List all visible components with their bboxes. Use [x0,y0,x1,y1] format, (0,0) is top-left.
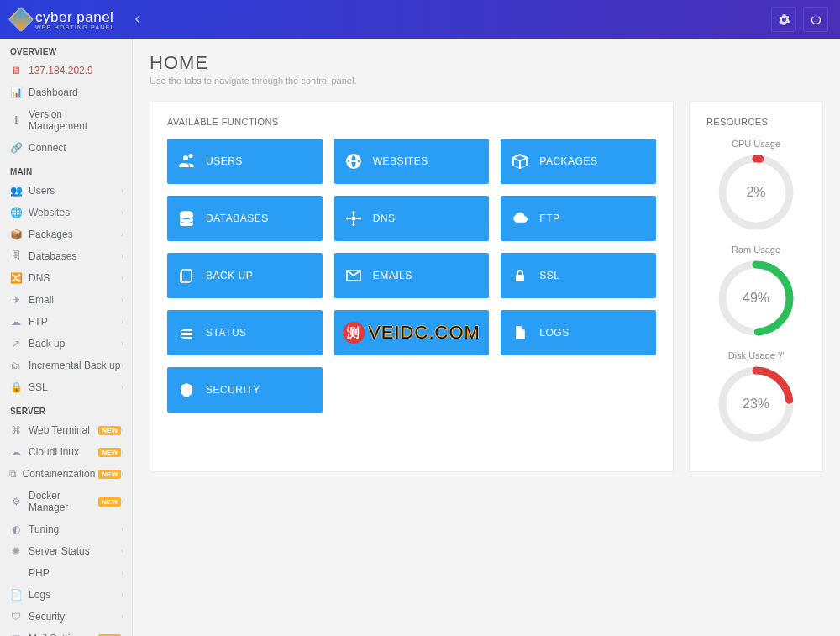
brand-logo[interactable]: cyber panel WEB HOSTING PANEL [12,9,115,30]
function-label: DNS [373,213,396,224]
nav-label: FTP [29,316,121,328]
nav-label: Connect [29,142,123,154]
nav-server-status[interactable]: ✺Server Status› [0,540,132,562]
svg-point-6 [181,334,183,335]
nav-label: Mail Settings [29,633,95,636]
function-icon [512,268,528,283]
function-label: SECURITY [206,384,260,396]
nav-label: Dashboard [29,87,123,98]
chevron-right-icon: › [121,448,123,456]
main-content: HOME Use the tabs to navigate through th… [133,39,840,636]
nav-web-terminal[interactable]: ⌘Web TerminalNEW› [0,419,132,441]
sidebar-section-overview: OVERVIEW [0,39,132,60]
nav-email[interactable]: ✈Email› [0,289,132,311]
nav-icon: ⧉ [8,468,18,480]
chevron-right-icon: › [121,470,123,478]
function-tile-watermarked[interactable]: 测VEIDC.COM [334,310,490,355]
chevron-right-icon: › [121,339,123,348]
nav-mail-settings[interactable]: ✉Mail SettingsNEW› [0,628,132,636]
function-status[interactable]: STATUS [167,310,323,355]
nav-ssl[interactable]: 🔒SSL› [0,376,132,398]
nav-label: Databases [29,250,121,262]
nav-tuning[interactable]: ◐Tuning› [0,518,132,540]
gauge-label: Ram Usage [706,244,806,255]
new-badge: NEW [98,426,121,435]
nav-icon: ✉ [8,633,24,636]
nav-label: CloudLinux [29,446,95,458]
chevron-right-icon: › [121,569,123,577]
nav-docker-manager[interactable]: ⚙Docker ManagerNEW› [0,485,132,518]
nav-security[interactable]: 🛡Security› [0,606,132,628]
chevron-right-icon: › [121,274,123,282]
nav-137-184-202-9[interactable]: 🖥137.184.202.9 [0,60,132,81]
svg-point-7 [181,338,183,339]
function-label: WEBSITES [373,155,428,167]
nav-users[interactable]: 👥Users› [0,180,132,202]
resources-panel: RESOURCES CPU Usage2%Ram Usage49%Disk Us… [689,101,823,472]
nav-label: 137.184.202.9 [29,65,123,76]
nav-back-up[interactable]: ↗Back up› [0,333,132,355]
function-security[interactable]: SECURITY [167,367,323,413]
nav-logs[interactable]: 📄Logs› [0,584,132,606]
chevron-right-icon: › [121,296,123,304]
nav-icon: 📦 [8,229,24,240]
nav-dashboard[interactable]: 📊Dashboard [0,81,132,103]
function-label: STATUS [206,327,247,339]
nav-label: Websites [29,207,121,218]
svg-point-2 [352,223,354,226]
nav-packages[interactable]: 📦Packages› [0,223,132,245]
svg-point-0 [351,217,355,221]
nav-icon: ↗ [8,338,24,350]
function-databases[interactable]: DATABASES [167,196,323,241]
nav-ftp[interactable]: ☁FTP› [0,311,132,333]
settings-button[interactable] [771,7,796,32]
function-label: PACKAGES [539,155,597,167]
function-ssl[interactable]: SSL [501,253,656,298]
functions-title: AVAILABLE FUNCTIONS [167,117,656,127]
nav-icon: ✺ [8,545,24,557]
nav-incremental-back-up[interactable]: 🗂Incremental Back up› [0,355,132,376]
nav-icon: 🌐 [8,207,24,218]
function-label: EMAILS [373,270,412,281]
function-websites[interactable]: WEBSITES [334,139,490,184]
nav-websites[interactable]: 🌐Websites› [0,202,132,223]
chevron-right-icon: › [121,361,123,370]
function-packages[interactable]: PACKAGES [501,139,656,184]
function-users[interactable]: USERS [167,139,323,184]
nav-php[interactable]: PHP› [0,562,132,584]
power-icon [810,13,822,26]
logo-icon [8,6,34,32]
nav-version-management[interactable]: ℹVersion Management [0,103,132,137]
function-dns[interactable]: DNS [334,196,490,241]
sidebar-section-server: SERVER [0,398,132,419]
function-emails[interactable]: EMAILS [334,253,490,298]
nav-databases[interactable]: 🗄Databases› [0,245,132,267]
function-logs[interactable]: LOGS [501,310,656,355]
gauge-disk-usage-: Disk Usage '/'23% [706,350,806,443]
nav-connect[interactable]: 🔗Connect [0,137,132,159]
nav-dns[interactable]: 🔀DNS› [0,267,132,289]
sidebar-section-main: MAIN [0,159,132,180]
nav-icon: 🗂 [8,360,24,371]
chevron-right-icon: › [121,591,123,599]
brand-name: cyber panel [35,9,115,26]
sidebar[interactable]: OVERVIEW🖥137.184.202.9📊DashboardℹVersion… [0,39,133,636]
new-badge: NEW [98,497,121,507]
nav-icon: 🖥 [8,65,24,76]
nav-icon: ⌘ [8,424,24,436]
nav-label: Users [29,185,121,197]
function-ftp[interactable]: FTP [501,196,656,241]
nav-containerization[interactable]: ⧉ContainerizationNEW› [0,463,132,485]
function-icon [179,325,194,340]
power-button[interactable] [803,7,828,32]
brand-tagline: WEB HOSTING PANEL [35,24,115,30]
nav-cloudlinux[interactable]: ☁CloudLinuxNEW› [0,441,132,463]
nav-icon: ☁ [8,316,24,328]
chevron-right-icon: › [121,547,123,555]
page-title: HOME [150,52,823,74]
sidebar-collapse-button[interactable] [134,13,142,26]
function-icon [512,325,528,340]
function-icon [512,211,528,226]
function-back-up[interactable]: BACK UP [167,253,323,298]
gauge-value: 23% [717,365,795,443]
